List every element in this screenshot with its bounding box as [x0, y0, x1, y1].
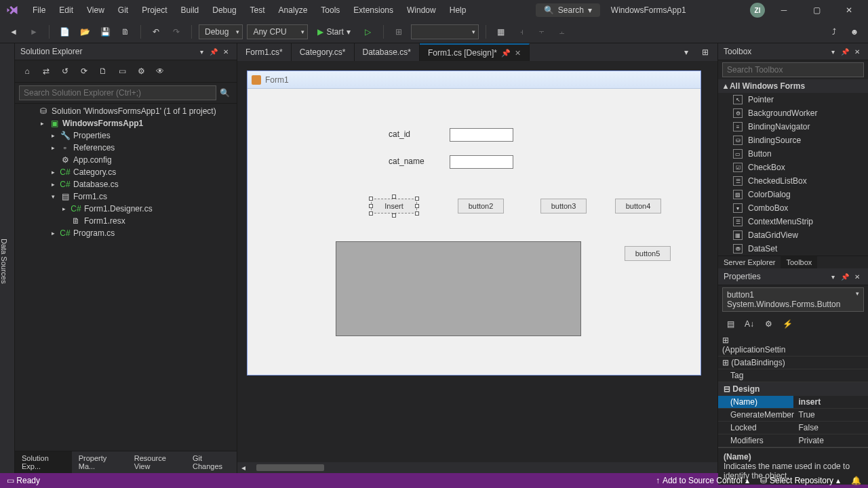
feedback-icon[interactable]: ☻	[846, 24, 863, 40]
toolbox-group-all[interactable]: ▴ All Windows Forms	[718, 79, 868, 93]
tbx-colordialog[interactable]: ▧ColorDialog	[718, 188, 868, 201]
prop-modifiers-value[interactable]: Private	[793, 434, 869, 447]
alphabetical-icon[interactable]: A↓	[741, 316, 757, 332]
user-avatar[interactable]: ZI	[750, 3, 765, 18]
align-center-icon[interactable]: ⫟	[534, 24, 550, 40]
global-search[interactable]: 🔍 Search ▾	[536, 3, 600, 17]
prop-locked-key[interactable]: Locked	[718, 422, 793, 434]
new-project-button[interactable]: 📄	[56, 24, 73, 40]
undo-button[interactable]: ↶	[148, 24, 164, 40]
tab-overflow-icon[interactable]: ▾	[678, 44, 694, 60]
tbx-pointer[interactable]: ↖Pointer	[718, 93, 868, 106]
tbx-combobox[interactable]: ▾ComboBox	[718, 201, 868, 215]
properties-grid[interactable]: ⊞ (ApplicationSettin ⊞ (DataBindings) Ta…	[718, 334, 868, 447]
panel-pin-icon[interactable]: 📌	[840, 46, 850, 57]
prop-genmember-value[interactable]: True	[793, 409, 869, 421]
program-node[interactable]: ▸C#Program.cs	[15, 227, 237, 239]
button-2[interactable]: button2	[458, 199, 504, 214]
designer-hscroll[interactable]: ◂	[237, 462, 717, 473]
menu-tools[interactable]: Tools	[315, 3, 345, 18]
tab-toolbox[interactable]: Toolbox	[781, 256, 817, 268]
tab-form1-cs[interactable]: Form1.cs*	[237, 43, 292, 61]
label-cat-id[interactable]: cat_id	[389, 129, 410, 139]
designer-surface[interactable]: Form1 cat_id cat_name Insert	[237, 61, 717, 462]
maximize-button[interactable]: ▢	[803, 0, 830, 20]
menu-help[interactable]: Help	[444, 3, 472, 18]
save-all-button[interactable]: 🗎	[117, 24, 134, 40]
prop-tag[interactable]: Tag	[718, 369, 793, 382]
nav-fwd-button[interactable]: ►	[26, 24, 42, 40]
menu-project[interactable]: Project	[136, 3, 172, 18]
open-button[interactable]: 📂	[77, 24, 93, 40]
panel-dropdown-icon[interactable]: ▾	[827, 271, 838, 282]
button-4[interactable]: button4	[615, 199, 661, 214]
tbx-checkedlistbox[interactable]: ☰CheckedListBox	[718, 174, 868, 188]
notifications-icon[interactable]: 🔔	[851, 476, 861, 485]
menu-window[interactable]: Window	[401, 3, 441, 18]
panel-close-icon[interactable]: ✕	[220, 46, 231, 57]
align-right-icon[interactable]: ⫠	[554, 24, 570, 40]
solution-search-input[interactable]	[19, 85, 216, 100]
nav-back-button[interactable]: ◄	[5, 24, 22, 40]
prop-genmember-key[interactable]: GenerateMember	[718, 409, 793, 421]
tbx-datagridview[interactable]: ▦DataGridView	[718, 228, 868, 242]
layout-btn-1[interactable]: ⊞	[391, 24, 407, 40]
prop-cat-design[interactable]: ⊟ Design	[718, 382, 868, 396]
tab-solution-explorer[interactable]: Solution Exp...	[15, 451, 72, 473]
project-node[interactable]: ▸▣WindowsFormsApp1	[15, 117, 237, 129]
pending-changes-icon[interactable]: ↺	[57, 63, 73, 79]
textbox-cat-name[interactable]	[450, 155, 513, 169]
panel-dropdown-icon[interactable]: ▾	[827, 46, 838, 57]
switch-views-icon[interactable]: ⇄	[38, 63, 54, 79]
button-5[interactable]: button5	[625, 246, 671, 261]
toolbox-search-input[interactable]	[722, 62, 864, 77]
panel-pin-icon[interactable]: 📌	[208, 46, 219, 57]
pin-icon[interactable]: 📌	[501, 49, 511, 58]
menu-edit[interactable]: Edit	[54, 3, 79, 18]
platform-combo[interactable]: Any CPU	[247, 24, 308, 39]
tab-server-explorer[interactable]: Server Explorer	[718, 256, 781, 268]
panel-close-icon[interactable]: ✕	[852, 46, 863, 57]
categorized-icon[interactable]: ▤	[722, 316, 738, 332]
references-node[interactable]: ▸▫References	[15, 142, 237, 154]
menu-file[interactable]: File	[27, 3, 51, 18]
tbx-contextmenustrip[interactable]: ☰ContextMenuStrip	[718, 215, 868, 228]
tab-form1-design[interactable]: Form1.cs [Design]*📌✕	[420, 43, 530, 61]
solution-root[interactable]: ⛁Solution 'WindowsFormsApp1' (1 of 1 pro…	[15, 105, 237, 117]
datagrid-placeholder[interactable]	[336, 241, 581, 336]
search-icon[interactable]: 🔍	[216, 85, 233, 101]
start-noDebug-button[interactable]: ▷	[360, 24, 376, 40]
close-tab-icon[interactable]: ✕	[515, 49, 521, 58]
props-icon[interactable]: ⚙	[760, 316, 776, 332]
sync-icon[interactable]: ⟳	[76, 63, 92, 79]
align-left-icon[interactable]: ⫞	[513, 24, 530, 40]
tab-options-icon[interactable]: ⊞	[697, 44, 713, 60]
tab-property-manager[interactable]: Property Ma...	[72, 451, 127, 473]
tbx-button[interactable]: ▭Button	[718, 147, 868, 161]
textbox-cat-id[interactable]	[450, 128, 513, 142]
tab-category-cs[interactable]: Category.cs*	[292, 43, 355, 61]
align-grid-icon[interactable]: ▦	[493, 24, 509, 40]
form1-resx-node[interactable]: 🗎Form1.resx	[15, 215, 237, 227]
properties-icon[interactable]: ⚙	[133, 63, 149, 79]
properties-node[interactable]: ▸🔧Properties	[15, 129, 237, 142]
tbx-checkbox[interactable]: ☑CheckBox	[718, 161, 868, 174]
panel-dropdown-icon[interactable]: ▾	[196, 46, 207, 57]
show-all-icon[interactable]: 🗋	[95, 63, 111, 79]
appconfig-node[interactable]: ⚙App.config	[15, 154, 237, 166]
properties-object-selector[interactable]: button1 System.Windows.Forms.Button	[722, 287, 864, 312]
tab-git-changes[interactable]: Git Changes	[186, 451, 237, 473]
form1-node[interactable]: ▾▤Form1.cs	[15, 190, 237, 203]
prop-name-key[interactable]: (Name)	[718, 396, 793, 408]
winform-canvas[interactable]: Form1 cat_id cat_name Insert	[247, 70, 701, 375]
label-cat-name[interactable]: cat_name	[389, 157, 425, 166]
tbx-backgroundworker[interactable]: ⚙BackgroundWorker	[718, 106, 868, 120]
select-repository[interactable]: ⛁ Select Repository ▴	[760, 476, 840, 485]
live-share-icon[interactable]: ⤴	[826, 24, 842, 40]
collapse-icon[interactable]: ▭	[114, 63, 130, 79]
tab-resource-view[interactable]: Resource View	[127, 451, 186, 473]
events-icon[interactable]: ⚡	[779, 316, 795, 332]
menu-debug[interactable]: Debug	[207, 3, 241, 18]
data-sources-tab[interactable]: Data Sources	[0, 43, 15, 473]
config-combo[interactable]: Debug	[199, 24, 243, 39]
